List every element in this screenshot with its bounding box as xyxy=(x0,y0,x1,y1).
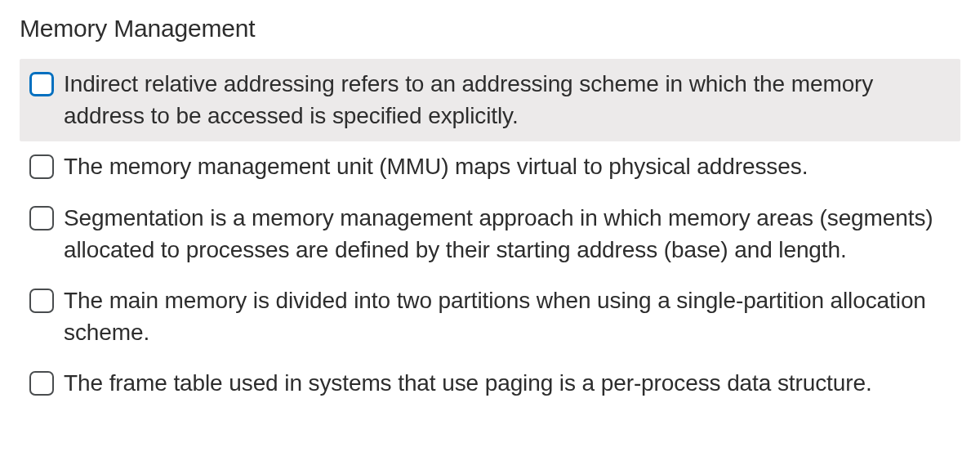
option-label[interactable]: The main memory is divided into two part… xyxy=(64,285,951,348)
option-label[interactable]: Segmentation is a memory management appr… xyxy=(64,203,951,266)
question-block: Memory Management Indirect relative addr… xyxy=(20,15,960,409)
option-checkbox[interactable] xyxy=(29,206,54,230)
option-row[interactable]: Indirect relative addressing refers to a… xyxy=(20,59,960,141)
option-label[interactable]: The frame table used in systems that use… xyxy=(64,368,872,400)
options-list: Indirect relative addressing refers to a… xyxy=(20,59,960,409)
option-label[interactable]: The memory management unit (MMU) maps vi… xyxy=(64,151,808,183)
option-row[interactable]: The frame table used in systems that use… xyxy=(20,358,960,409)
option-row[interactable]: The main memory is divided into two part… xyxy=(20,275,960,358)
question-title: Memory Management xyxy=(20,15,960,43)
option-checkbox[interactable] xyxy=(29,72,54,96)
option-checkbox[interactable] xyxy=(29,289,54,313)
option-row[interactable]: Segmentation is a memory management appr… xyxy=(20,193,960,275)
option-label[interactable]: Indirect relative addressing refers to a… xyxy=(64,69,951,132)
option-checkbox[interactable] xyxy=(29,154,54,179)
option-checkbox[interactable] xyxy=(29,371,54,396)
option-row[interactable]: The memory management unit (MMU) maps vi… xyxy=(20,141,960,193)
